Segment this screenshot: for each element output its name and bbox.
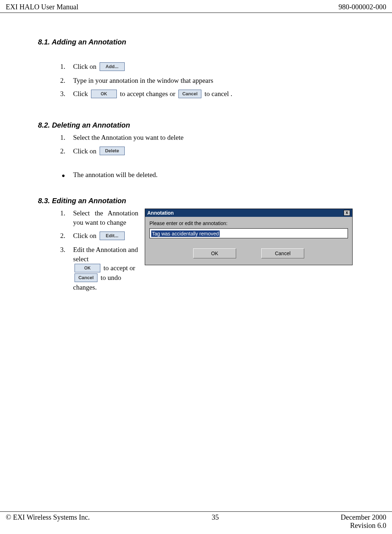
dialog-titlebar: Annotation x <box>145 209 352 217</box>
step-number: 3. <box>60 89 65 99</box>
step-text: Edit the Annotation and select <box>73 246 138 263</box>
annotation-dialog: Annotation x Please enter or edit the an… <box>145 209 353 265</box>
step-text: Select the Annotation you want to change <box>60 209 138 227</box>
step-8-3-1: 1. Select the Annotation you want to cha… <box>60 209 138 227</box>
page-content: 8.1. Adding an Annotation 1. Click on Ad… <box>0 13 392 296</box>
cancel-button[interactable]: Cancel <box>178 90 201 98</box>
dialog-cancel-button[interactable]: Cancel <box>261 248 304 258</box>
step-text: to cancel . <box>205 90 233 97</box>
step-text: Click <box>73 90 88 97</box>
heading-8-2: 8.2. Deleting an Annotation <box>38 121 363 129</box>
step-number: 3. <box>60 245 65 254</box>
page-header: EXI HALO User Manual 980-000002-000 <box>0 0 392 13</box>
dialog-ok-button[interactable]: OK <box>193 248 236 258</box>
step-text: Click on <box>73 232 96 239</box>
section-8-3-body: 1. Select the Annotation you want to cha… <box>38 209 363 296</box>
close-icon[interactable]: x <box>344 210 350 216</box>
ok-button[interactable]: OK <box>75 264 100 272</box>
step-8-2-1: 1. Select the Annotation you want to del… <box>60 133 363 142</box>
bullet-8-2: ● The annotation will be deleted. <box>38 171 363 179</box>
footer-date: December 2000 <box>341 513 386 521</box>
step-text: Select the Annotation you want to delete <box>60 133 363 142</box>
dialog-button-row: OK Cancel <box>149 248 348 258</box>
step-number: 1. <box>60 62 65 71</box>
step-8-1-3: 3. Click OK to accept changes or Cancel … <box>60 89 363 99</box>
footer-revision: Revision 6.0 <box>350 521 386 530</box>
step-number: 2. <box>60 231 65 240</box>
ok-button[interactable]: OK <box>91 90 117 98</box>
bullet-icon: ● <box>62 172 65 179</box>
step-text: Click on <box>73 147 96 155</box>
annotation-input-value: Tag was accidentally removed <box>151 230 220 237</box>
step-number: 1. <box>60 209 65 218</box>
annotation-input[interactable]: Tag was accidentally removed <box>149 228 348 238</box>
heading-8-3: 8.3. Editing an Annotation <box>38 197 363 205</box>
step-text: Type in your annotation in the window th… <box>60 76 363 85</box>
edit-button[interactable]: Edit... <box>100 232 125 240</box>
step-text: to accept changes or <box>120 90 177 97</box>
step-text: Click on <box>73 63 96 70</box>
header-right: 980-000002-000 <box>339 3 386 11</box>
steps-8-2: 1. Select the Annotation you want to del… <box>38 133 363 156</box>
dialog-title-text: Annotation <box>147 210 174 216</box>
steps-8-1: 1. Click on Add... 2. Type in your annot… <box>38 62 363 99</box>
add-button[interactable]: Add... <box>100 62 125 71</box>
cancel-button[interactable]: Cancel <box>75 273 97 282</box>
step-8-1-2: 2. Type in your annotation in the window… <box>60 76 363 85</box>
dialog-body: Please enter or edit the annotation: Tag… <box>145 217 352 265</box>
step-number: 2. <box>60 76 65 85</box>
bullet-text: The annotation will be deleted. <box>73 171 158 178</box>
step-8-3-2: 2. Click on Edit... <box>60 231 138 241</box>
step-8-2-2: 2. Click on Delete <box>60 147 363 156</box>
footer-copyright: © EXI Wireless Systems Inc. <box>6 513 90 521</box>
step-number: 1. <box>60 133 65 142</box>
step-8-1-1: 1. Click on Add... <box>60 62 363 72</box>
header-left: EXI HALO User Manual <box>6 3 78 11</box>
step-number: 2. <box>60 147 65 156</box>
heading-8-1: 8.1. Adding an Annotation <box>38 38 363 46</box>
steps-8-3: 1. Select the Annotation you want to cha… <box>38 209 138 292</box>
delete-button[interactable]: Delete <box>100 147 125 155</box>
page-footer: © EXI Wireless Systems Inc. 35 December … <box>0 511 392 530</box>
step-text: to accept or <box>104 264 135 272</box>
footer-page-number: 35 <box>212 513 219 521</box>
dialog-label: Please enter or edit the annotation: <box>149 220 348 226</box>
step-8-3-3: 3. Edit the Annotation and select OK to … <box>60 245 138 292</box>
